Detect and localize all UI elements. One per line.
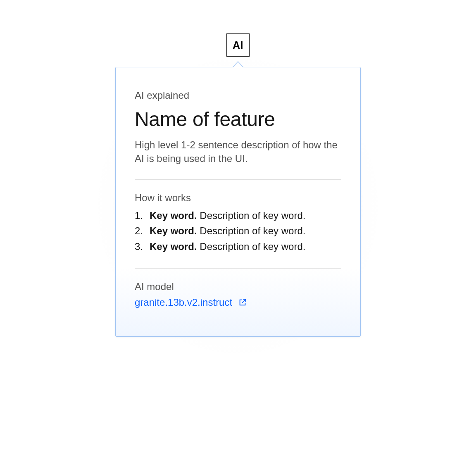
popover-overline: AI explained <box>135 90 341 101</box>
list-item-desc: Description of key word. <box>197 241 306 252</box>
list-item-desc: Description of key word. <box>197 225 306 236</box>
divider <box>135 179 341 180</box>
list-item-desc: Description of key word. <box>197 210 306 221</box>
list-item: Key word. Description of key word. <box>135 208 341 223</box>
ai-explainer-popover: AI explained Name of feature High level … <box>115 61 361 337</box>
list-item-keyword: Key word. <box>150 210 197 221</box>
ai-model-link-text: granite.13b.v2.instruct <box>135 297 232 308</box>
ai-model-link[interactable]: granite.13b.v2.instruct <box>135 297 247 308</box>
divider <box>135 268 341 269</box>
ai-badge-label: AI <box>233 39 243 51</box>
popover-body: AI explained Name of feature High level … <box>115 67 361 337</box>
feature-title: Name of feature <box>135 108 341 131</box>
external-link-icon <box>238 298 247 307</box>
how-it-works-label: How it works <box>135 192 341 204</box>
list-item-keyword: Key word. <box>150 225 197 236</box>
how-it-works-list: Key word. Description of key word. Key w… <box>135 208 341 254</box>
list-item: Key word. Description of key word. <box>135 223 341 238</box>
feature-description: High level 1-2 sentence description of h… <box>135 138 341 165</box>
ai-model-label: AI model <box>135 281 341 293</box>
list-item: Key word. Description of key word. <box>135 239 341 254</box>
list-item-keyword: Key word. <box>150 241 197 252</box>
